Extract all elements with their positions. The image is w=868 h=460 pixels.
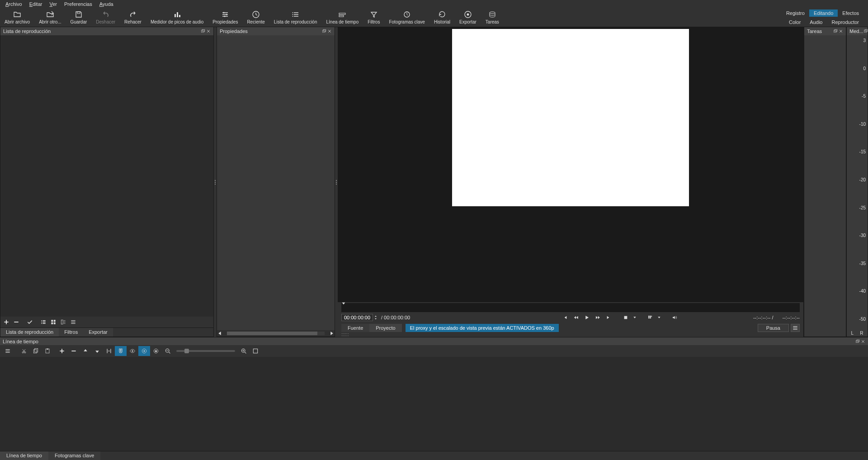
- ripple-button[interactable]: [138, 346, 150, 356]
- close-icon[interactable]: [861, 339, 865, 344]
- history-button[interactable]: Historial: [429, 8, 455, 27]
- layout-logging[interactable]: Registro: [782, 9, 809, 17]
- tab-export[interactable]: Exportar: [83, 328, 113, 337]
- float-icon[interactable]: [855, 339, 860, 344]
- resize-grip-icon[interactable]: ::::::: [338, 332, 803, 337]
- filters-button[interactable]: Filtros: [363, 8, 384, 27]
- snap-button[interactable]: [115, 346, 127, 356]
- cut-button[interactable]: [18, 346, 30, 356]
- export-button[interactable]: Exportar: [455, 8, 481, 27]
- zoom-slider-thumb[interactable]: [184, 349, 189, 353]
- tab-filters[interactable]: Filtros: [59, 328, 83, 337]
- view-list-button[interactable]: [38, 318, 48, 327]
- spin-down-icon[interactable]: [374, 318, 379, 320]
- layout-editing[interactable]: Editando: [809, 9, 838, 17]
- redo-button[interactable]: Rehacer: [120, 8, 146, 27]
- open-other-button[interactable]: Abrir otro...: [34, 8, 66, 27]
- float-icon[interactable]: [833, 29, 838, 33]
- close-icon[interactable]: [206, 29, 211, 33]
- player-panel: / 00:00:00:00 --:--:--:-- / --:--:--:--: [338, 27, 804, 337]
- jobs-button[interactable]: Tareas: [481, 8, 504, 27]
- scrub-audio-button[interactable]: [127, 346, 138, 356]
- zoom-out-button[interactable]: [162, 346, 174, 356]
- timeline-menu-button[interactable]: [2, 346, 14, 356]
- out-point: --:--:--:--: [783, 315, 800, 320]
- menu-ayuda[interactable]: Ayuda: [96, 0, 117, 8]
- playlist-body[interactable]: [0, 35, 213, 317]
- tab-keyframes[interactable]: Fotogramas clave: [48, 451, 100, 460]
- ripple-all-button[interactable]: [150, 346, 162, 356]
- update-button[interactable]: [25, 318, 35, 327]
- menu-editar[interactable]: Editar: [26, 0, 46, 8]
- tab-playlist[interactable]: Lista de reproducción: [0, 328, 59, 337]
- zoom-fit-button[interactable]: [250, 346, 261, 356]
- chevron-down-icon[interactable]: [633, 316, 637, 319]
- skip-end-button[interactable]: [605, 315, 612, 320]
- chevron-down-icon[interactable]: [657, 316, 661, 319]
- docking-area: Lista de reproducción Lista de reproducc…: [0, 27, 868, 337]
- view-grid-button[interactable]: [48, 318, 58, 327]
- timecode-total: / 00:00:00:00: [381, 315, 410, 320]
- horizontal-scrollbar[interactable]: [217, 330, 335, 337]
- close-icon[interactable]: [839, 29, 843, 33]
- fast-forward-button[interactable]: [594, 315, 601, 320]
- timeline-toolbar: [0, 345, 868, 357]
- menu-preferencias[interactable]: Preferencias: [61, 0, 96, 8]
- pause-button[interactable]: Pausa: [758, 324, 789, 332]
- skip-start-button[interactable]: [561, 315, 569, 320]
- append-button[interactable]: [56, 346, 68, 356]
- open-file-button[interactable]: Abrir archivo: [0, 8, 34, 27]
- zoom-in-button[interactable]: [238, 346, 250, 356]
- close-icon[interactable]: [327, 29, 332, 33]
- scrub-bar[interactable]: [341, 303, 800, 312]
- menu-ver[interactable]: Ver: [46, 0, 61, 8]
- float-icon[interactable]: [322, 29, 326, 33]
- properties-panel: Propiedades: [217, 27, 335, 337]
- timeline-body[interactable]: [0, 357, 868, 451]
- copy-button[interactable]: [30, 346, 42, 356]
- layout-color[interactable]: Color: [784, 19, 805, 26]
- stop-button[interactable]: [622, 315, 629, 320]
- proxy-banner[interactable]: El proxy y el escalado de vista previa e…: [406, 324, 559, 332]
- layout-audio[interactable]: Audio: [805, 19, 827, 26]
- tab-source[interactable]: Fuente: [341, 324, 369, 332]
- tab-project[interactable]: Proyecto: [369, 324, 401, 332]
- video-output[interactable]: [338, 27, 803, 302]
- in-point: --:--:--:-- /: [753, 315, 774, 320]
- remove-button[interactable]: [11, 318, 21, 327]
- layout-player[interactable]: Reproductor: [827, 19, 863, 26]
- more-menu-button[interactable]: [68, 318, 78, 327]
- tab-timeline[interactable]: Línea de tiempo: [0, 451, 48, 460]
- paste-button[interactable]: [42, 346, 53, 356]
- timeline-button[interactable]: Línea de tiempo: [321, 8, 363, 27]
- zoom-slider[interactable]: [176, 350, 235, 352]
- layout-sub-row: Color Audio Reproductor: [782, 19, 863, 26]
- layout-effects[interactable]: Efectos: [838, 9, 863, 17]
- playlist-panel: Lista de reproducción Lista de reproducc…: [0, 27, 214, 337]
- volume-button[interactable]: [671, 315, 678, 320]
- play-button[interactable]: [583, 315, 590, 320]
- playhead-icon[interactable]: [341, 301, 346, 306]
- float-icon[interactable]: [201, 29, 205, 33]
- video-canvas: [452, 29, 689, 206]
- undo-button[interactable]: Deshacer: [91, 8, 120, 27]
- timecode-input[interactable]: [341, 314, 373, 321]
- timeline-section: Línea de tiempo Línea de tiempo Fotogram…: [0, 337, 868, 460]
- view-detail-button[interactable]: [58, 318, 68, 327]
- zoom-grid-button[interactable]: [646, 315, 654, 320]
- properties-button[interactable]: Propiedades: [208, 8, 242, 27]
- peak-meter-button[interactable]: Medidor de picos de audio: [146, 8, 208, 27]
- float-icon[interactable]: [863, 29, 868, 33]
- save-button[interactable]: Guardar: [66, 8, 92, 27]
- keyframes-button[interactable]: Fotogramas clave: [384, 8, 429, 27]
- overwrite-button[interactable]: [91, 346, 103, 356]
- delete-button[interactable]: [68, 346, 80, 356]
- player-menu-button[interactable]: [791, 324, 800, 332]
- jobs-body: [804, 35, 846, 337]
- recent-button[interactable]: Reciente: [242, 8, 269, 27]
- playlist-button[interactable]: Lista de reproducción: [269, 8, 322, 27]
- rewind-button[interactable]: [572, 315, 580, 320]
- lift-button[interactable]: [80, 346, 91, 356]
- split-button[interactable]: [103, 346, 115, 356]
- add-button[interactable]: [1, 318, 11, 327]
